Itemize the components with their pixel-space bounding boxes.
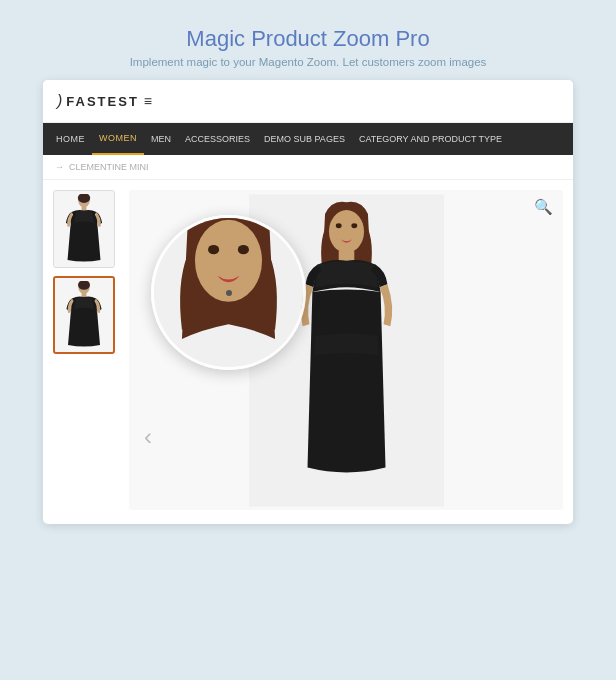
- zoom-icon-button[interactable]: 🔍: [534, 198, 553, 216]
- svg-point-15: [208, 245, 219, 254]
- nav-item-demo-sub-pages[interactable]: DEMO SUB PAGES: [257, 123, 352, 155]
- page-subtitle: Implement magic to your Magento Zoom. Le…: [20, 56, 596, 68]
- svg-point-9: [335, 223, 341, 228]
- thumbnail-1[interactable]: [53, 190, 115, 268]
- svg-point-16: [238, 245, 249, 254]
- store-logo-symbol: ): [57, 92, 62, 110]
- zoom-dot: [226, 290, 232, 296]
- nav-item-category-product-type[interactable]: CATEGORY AND PRODUCT TYPE: [352, 123, 509, 155]
- nav-bar: HOME WOMEN MEN ACCESSORIES DEMO SUB PAGE…: [43, 123, 573, 155]
- nav-item-accessories[interactable]: ACCESSORIES: [178, 123, 257, 155]
- breadcrumb-arrow: →: [55, 162, 64, 172]
- nav-item-men[interactable]: MEN: [144, 123, 178, 155]
- page-title: Magic Product Zoom Pro: [20, 26, 596, 52]
- prev-arrow-button[interactable]: ‹: [135, 424, 161, 450]
- thumbnail-2[interactable]: [53, 276, 115, 354]
- main-image-area: 🔍: [129, 190, 563, 510]
- svg-rect-5: [82, 293, 87, 297]
- store-logo-lines: ≡: [144, 93, 152, 109]
- store-logo-text: FASTEST: [66, 94, 139, 109]
- product-image: [249, 193, 444, 508]
- breadcrumb-text: CLEMENTINE MINI: [69, 162, 149, 172]
- breadcrumb: → CLEMENTINE MINI: [43, 155, 573, 180]
- svg-point-8: [328, 210, 363, 253]
- nav-item-home[interactable]: HOME: [49, 123, 92, 155]
- svg-rect-2: [82, 206, 87, 210]
- svg-point-10: [351, 223, 357, 228]
- product-area: 🔍: [43, 180, 573, 524]
- nav-item-women[interactable]: WOMEN: [92, 123, 144, 155]
- thumbnails-column: [53, 190, 119, 510]
